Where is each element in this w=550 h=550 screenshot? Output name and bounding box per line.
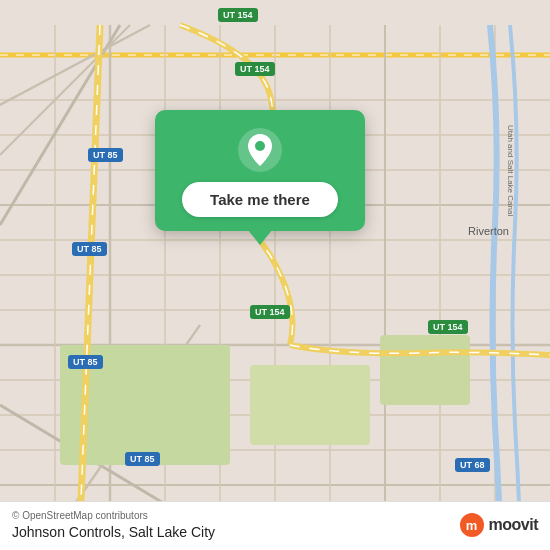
- location-name: Johnson Controls, Salt Lake City: [12, 524, 215, 540]
- route-badge-ut154-3: UT 154: [250, 305, 290, 319]
- route-badge-ut68: UT 68: [455, 458, 490, 472]
- route-badge-ut154-2: UT 154: [235, 62, 275, 76]
- moovit-logo: m moovit: [460, 513, 538, 537]
- map-container: Riverton Utah and Salt Lake Canal UT 154…: [0, 0, 550, 550]
- moovit-text: moovit: [489, 516, 538, 534]
- route-badge-ut154-4: UT 154: [428, 320, 468, 334]
- route-badge-ut85-4: UT 85: [125, 452, 160, 466]
- route-badge-ut85-2: UT 85: [72, 242, 107, 256]
- location-pin-icon: [238, 128, 282, 172]
- bottom-left-info: © OpenStreetMap contributors Johnson Con…: [12, 510, 215, 540]
- route-badge-ut154-1: UT 154: [218, 8, 258, 22]
- bottom-bar: © OpenStreetMap contributors Johnson Con…: [0, 501, 550, 550]
- popup-card: Take me there: [155, 110, 365, 231]
- route-badge-ut85-1: UT 85: [88, 148, 123, 162]
- take-me-there-button[interactable]: Take me there: [182, 182, 338, 217]
- route-badge-ut85-3: UT 85: [68, 355, 103, 369]
- map-attribution: © OpenStreetMap contributors: [12, 510, 215, 521]
- svg-text:Riverton: Riverton: [468, 225, 509, 237]
- svg-text:Utah and Salt Lake Canal: Utah and Salt Lake Canal: [506, 125, 515, 216]
- svg-rect-29: [250, 365, 370, 445]
- svg-rect-30: [380, 335, 470, 405]
- moovit-icon: m: [460, 513, 484, 537]
- svg-point-34: [255, 141, 265, 151]
- svg-line-23: [0, 25, 150, 105]
